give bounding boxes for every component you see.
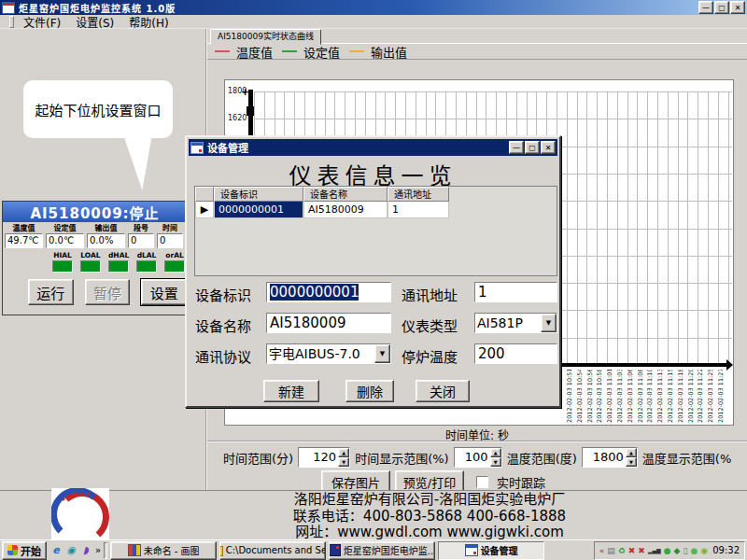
alarm-indicators: HIALLOALdHALdLALorAL xyxy=(3,251,187,273)
dialog-close-icon[interactable]: ✕ xyxy=(541,141,556,154)
media-player-icon[interactable]: ◉ xyxy=(64,544,78,557)
spin-up-icon[interactable]: ▲ xyxy=(490,448,501,457)
task-label: 设备管理 xyxy=(481,543,518,557)
antivirus-icon[interactable]: ♻ xyxy=(618,546,626,555)
status-field-3: 段号0 xyxy=(128,224,154,248)
meter-type-select[interactable]: AI581P ▼ xyxy=(474,313,557,333)
alarm-LOAL: LOAL xyxy=(80,251,101,273)
signal-bars-icon[interactable]: ▂▄▆ xyxy=(648,546,661,555)
spinner-label-0: 时间范围(分) xyxy=(223,449,293,467)
dialog-maximize-icon[interactable]: ▢ xyxy=(525,141,540,154)
new-button[interactable]: 新建 xyxy=(263,380,319,402)
dialog-form-icon xyxy=(190,142,204,154)
start-button[interactable]: 开始 xyxy=(2,541,47,560)
status-field-4: 时间0 xyxy=(157,224,183,248)
device-status-panel: AI5180009:停止 温度值49.7℃设定值0.0℃输出值0.0%段号0时间… xyxy=(2,201,188,315)
quick-launch-chevron-icon[interactable]: » xyxy=(95,545,101,555)
network-error-icon[interactable]: ✖ xyxy=(628,546,636,555)
menu-item-1[interactable]: 设置(S) xyxy=(76,14,114,30)
table-cell-0[interactable]: 0000000001 xyxy=(214,202,303,218)
security-ball-icon[interactable]: ◉ xyxy=(700,546,708,555)
alarm-label: dLAL xyxy=(136,251,157,259)
menu-item-2[interactable]: 帮助(H) xyxy=(129,14,168,30)
spin-up-icon[interactable]: ▲ xyxy=(338,448,349,457)
realtime-track-checkbox[interactable] xyxy=(476,476,488,488)
shield-icon[interactable]: ◆ xyxy=(674,546,681,555)
range-spinners-row: 时间范围(分)120▲▼时间显示范围(%)100▲▼温度范围(度)1800▲▼温… xyxy=(218,447,736,468)
windows-flag-icon xyxy=(7,545,18,555)
status-field-2: 输出值0.0% xyxy=(87,224,125,248)
spin-down-icon[interactable]: ▼ xyxy=(490,457,501,467)
device-name-field[interactable]: AI5180009 xyxy=(266,313,391,333)
spinner-0[interactable]: 120▲▼ xyxy=(298,447,350,468)
alarm-dLAL: dLAL xyxy=(136,251,157,273)
alarm-dHAL: dHAL xyxy=(108,251,129,273)
window-title: 炬星窑炉国炬电炉监控系统 1.0版 xyxy=(19,1,698,15)
ie-icon[interactable]: e xyxy=(49,544,63,557)
close-button[interactable]: 关闭 xyxy=(416,380,470,402)
device-management-dialog: 设备管理 — ▢ ✕ 仪表信息一览 设备标识设备名称通讯地址 ▶00000000… xyxy=(185,135,561,408)
device-id-field[interactable]: 0000000001 xyxy=(266,282,391,302)
spin-up-icon[interactable]: ▲ xyxy=(626,448,637,457)
show-desktop-icon[interactable]: ▤ xyxy=(607,546,615,555)
delete-button[interactable]: 删除 xyxy=(345,380,394,402)
protocol-label: 通讯协议 xyxy=(195,346,251,366)
y-tick-1620: 1620 xyxy=(228,114,247,122)
task-button-1[interactable]: C:\Documents and Se... xyxy=(219,541,326,560)
status-fields: 温度值49.7℃设定值0.0℃输出值0.0%段号0时间0累0 xyxy=(3,222,187,248)
task-button-3[interactable]: 设备管理 xyxy=(438,541,544,560)
table-row[interactable]: ▶0000000001AI51800091 xyxy=(195,202,557,218)
legend-dash-icon xyxy=(215,50,230,52)
minimize-icon[interactable]: — xyxy=(698,1,713,14)
battery-icon[interactable]: ▯ xyxy=(684,546,688,555)
chevron-down-icon[interactable]: ▼ xyxy=(374,344,390,363)
status-buttons: 运行 暂停 设置 xyxy=(3,279,187,305)
status-field-label: 设定值 xyxy=(46,224,84,233)
task-label: C:\Documents and Se... xyxy=(226,545,326,555)
stop-temp-field[interactable]: 200 xyxy=(474,343,557,364)
protocol-select[interactable]: 宇电AIBUS-7.0 ▼ xyxy=(266,343,391,364)
row-selector-header[interactable] xyxy=(195,187,214,202)
task-button-2[interactable]: 炬星窑炉国炬电炉监... xyxy=(329,541,435,560)
tray-chevron-icon[interactable]: « xyxy=(599,546,605,555)
table-cell-2[interactable]: 1 xyxy=(388,202,449,218)
start-label: 开始 xyxy=(21,543,41,558)
alarm-label: LOAL xyxy=(80,251,101,259)
setup-button[interactable]: 设置 xyxy=(141,279,187,305)
legend-label: 输出值 xyxy=(371,43,407,61)
row-selector-icon[interactable]: ▶ xyxy=(195,202,214,218)
taskbar-separator xyxy=(104,542,107,559)
alarm-HIAL: HIAL xyxy=(52,251,73,273)
spin-down-icon[interactable]: ▼ xyxy=(338,457,349,467)
col-header-2[interactable]: 通讯地址 xyxy=(388,187,449,202)
spin-down-icon[interactable]: ▼ xyxy=(626,457,637,467)
legend-dash-icon xyxy=(349,50,364,52)
tab-realtime-curve[interactable]: AI5180009实时状态曲线 xyxy=(210,29,321,45)
alarm-indicator xyxy=(52,260,73,273)
maximize-icon[interactable]: ▢ xyxy=(714,1,729,14)
status-green-icon[interactable]: ● xyxy=(664,546,671,555)
window-app-icon xyxy=(2,2,15,14)
dialog-minimize-icon[interactable]: — xyxy=(509,141,524,154)
close-icon[interactable]: ✕ xyxy=(730,1,745,14)
spinner-1[interactable]: 100▲▼ xyxy=(454,447,502,468)
messenger-icon[interactable]: ◗ xyxy=(79,544,92,557)
network-error-2-icon[interactable]: ✖ xyxy=(638,546,645,555)
messenger-green-icon[interactable]: ● xyxy=(690,546,698,555)
x-tick-label: 2012-02-03 10:54:00 xyxy=(575,370,586,423)
alarm-indicator xyxy=(80,260,101,273)
task-button-0[interactable]: 未命名 - 画图 xyxy=(110,541,217,560)
taskbar-clock[interactable]: 09:32 xyxy=(712,545,740,555)
table-cell-1[interactable]: AI5180009 xyxy=(303,202,388,218)
col-header-1[interactable]: 设备名称 xyxy=(303,187,388,202)
run-button[interactable]: 运行 xyxy=(28,279,74,305)
chevron-down-icon[interactable]: ▼ xyxy=(541,314,557,332)
dialog-title: 设备管理 xyxy=(207,140,508,155)
legend-dash-icon xyxy=(282,50,297,52)
spinner-2[interactable]: 1800▲▼ xyxy=(582,447,638,468)
dialog-titlebar[interactable]: 设备管理 — ▢ ✕ xyxy=(189,139,557,156)
status-field-value: 49.7℃ xyxy=(5,233,43,248)
comm-address-field[interactable]: 1 xyxy=(474,282,557,302)
menu-item-0[interactable]: 文件(F) xyxy=(23,14,61,30)
col-header-0[interactable]: 设备标识 xyxy=(214,187,303,202)
